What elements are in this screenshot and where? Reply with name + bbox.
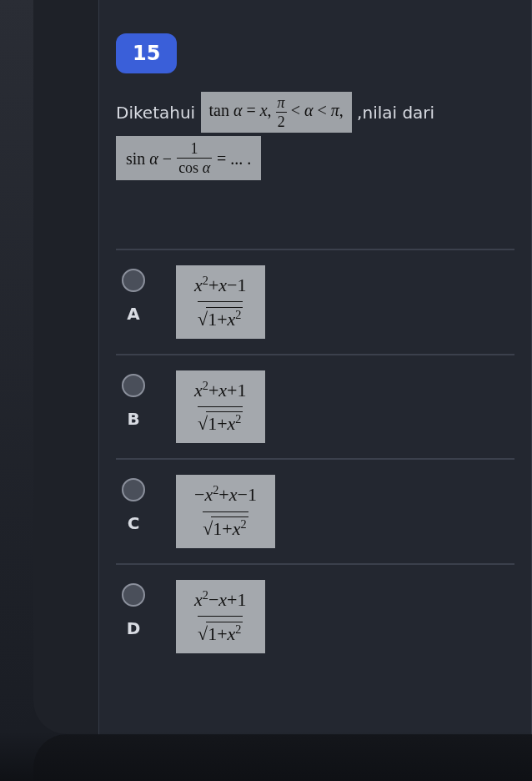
- stem-lead: Diketahui: [116, 103, 195, 123]
- option-row-b[interactable]: B x2+x+1 1+x2: [116, 354, 514, 459]
- option-expression-d: x2−x+1 1+x2: [176, 580, 265, 653]
- option-expression-b: x2+x+1 1+x2: [176, 370, 265, 444]
- radio-c[interactable]: [122, 478, 145, 501]
- option-row-a[interactable]: A x2+x−1 1+x2: [116, 249, 514, 354]
- option-letter: C: [128, 513, 140, 533]
- options-list: A x2+x−1 1+x2 B x2+x+1 1+x2 C −x2+x−1 1+…: [116, 249, 514, 668]
- question-number-badge: 15: [116, 33, 177, 73]
- option-letter: A: [127, 304, 139, 324]
- radio-d[interactable]: [122, 583, 145, 607]
- option-letter: D: [127, 618, 141, 638]
- question-stem: Diketahui tan α = x, π2 < α < π, ,nilai …: [116, 90, 514, 182]
- question-card: 15 Diketahui tan α = x, π2 < α < π, ,nil…: [98, 0, 532, 734]
- radio-b[interactable]: [122, 374, 145, 397]
- option-expression-a: x2+x−1 1+x2: [176, 265, 265, 339]
- option-row-d[interactable]: D x2−x+1 1+x2: [116, 563, 514, 668]
- equation-chip-1: tan α = x, π2 < α < π,: [201, 92, 352, 133]
- equation-chip-2: sin α − 1cos α = ... .: [116, 136, 261, 180]
- option-expression-c: −x2+x−1 1+x2: [176, 475, 275, 548]
- option-letter: B: [127, 409, 139, 429]
- option-row-c[interactable]: C −x2+x−1 1+x2: [116, 458, 514, 563]
- radio-a[interactable]: [122, 269, 145, 292]
- stem-mid: ,nilai dari: [357, 103, 434, 123]
